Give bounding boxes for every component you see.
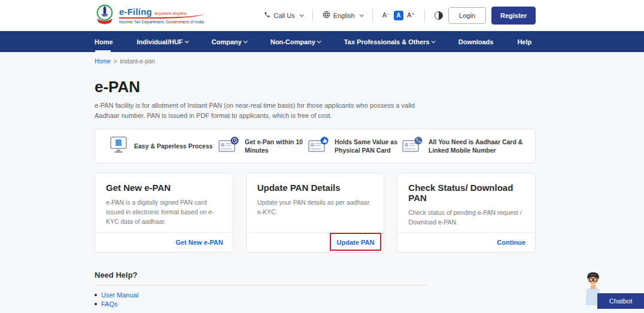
nav-item-help[interactable]: Help — [517, 31, 531, 52]
call-us-label: Call Us — [274, 12, 294, 19]
card-description: Check status of pending e-PAN request / … — [397, 203, 535, 227]
monitor-document-icon — [108, 136, 129, 156]
breadcrumb-home-link[interactable]: Home — [95, 58, 111, 65]
feature-label: Easy & Paperless Process — [134, 142, 218, 150]
action-cards: Get New e-PAN e-PAN is a digitally signe… — [95, 173, 536, 253]
user-manual-link[interactable]: User Manual — [101, 291, 138, 299]
nav-label: Home — [95, 38, 113, 45]
nav-label: Downloads — [458, 38, 494, 45]
nav-item-individual-huf[interactable]: Individual/HUF — [137, 31, 188, 52]
chevron-down-icon — [431, 39, 435, 43]
card-footer: Update PAN — [247, 232, 384, 252]
font-size-controls: A⁻ A A⁺ — [382, 11, 415, 20]
feature-strip: Easy & Paperless Process Get e-Pan withi… — [95, 129, 536, 163]
list-item: User Manual — [95, 291, 536, 299]
main-navigation: Home Individual/HUF Company Non-Company … — [0, 31, 644, 52]
breadcrumb: Home > instant-e-pan — [0, 58, 644, 65]
brand-subtitle: Income Tax Department, Government of Ind… — [119, 20, 204, 24]
bullet-icon — [95, 294, 97, 296]
feature-label: Get e-Pan within 10 Minutes — [245, 138, 308, 154]
page-description: e-PAN facility is for allotment of Insta… — [95, 101, 433, 121]
brand-tagline: Anywhere Anytime — [154, 11, 187, 16]
chatbot-button[interactable]: Chatbot — [597, 293, 644, 309]
logo-text: e-Filing Anywhere Anytime Income Tax Dep… — [119, 7, 204, 24]
nav-item-company[interactable]: Company — [212, 31, 247, 52]
header-divider — [424, 9, 425, 22]
nav-item-tax-professionals[interactable]: Tax Professionals & Others — [344, 31, 435, 52]
header-divider — [372, 9, 373, 22]
font-increase-button[interactable]: A⁺ — [407, 11, 415, 19]
list-item: FAQs — [95, 300, 536, 308]
need-help-section: Need Help? User Manual FAQs — [95, 271, 536, 308]
feature-same-value: Holds Same Value as Physical PAN Card — [308, 136, 402, 156]
help-links: User Manual FAQs — [95, 291, 536, 308]
card-footer: Continue — [397, 232, 535, 252]
font-decrease-button[interactable]: A⁻ — [382, 11, 390, 19]
nav-label: Help — [517, 38, 531, 45]
brand-name: e-Filing — [119, 7, 152, 17]
card-title: Check Status/ Download PAN — [397, 174, 535, 203]
active-tab-indicator — [95, 50, 111, 52]
site-header: e-Filing Anywhere Anytime Income Tax Dep… — [0, 0, 644, 31]
main-content: e-PAN e-PAN facility is for allotment of… — [0, 78, 536, 308]
font-normal-button[interactable]: A — [394, 11, 403, 20]
chevron-down-icon — [359, 13, 363, 17]
efiling-logo[interactable]: e-Filing Anywhere Anytime Income Tax Dep… — [95, 4, 204, 28]
phone-icon — [264, 11, 271, 19]
call-us-menu[interactable]: Call Us — [264, 11, 302, 19]
chevron-down-icon — [243, 39, 247, 43]
breadcrumb-current: instant-e-pan — [120, 58, 155, 65]
feature-epan-10-minutes: Get e-Pan within 10 Minutes — [218, 136, 308, 156]
chatbot-widget: Chatbot — [575, 272, 644, 310]
feature-aadhaar-mobile: All You Need is Aadhaar Card & Linked Mo… — [402, 136, 523, 156]
card-check-status-download: Check Status/ Download PAN Check status … — [397, 173, 536, 253]
nav-item-home[interactable]: Home — [95, 31, 113, 52]
feature-label: Holds Same Value as Physical PAN Card — [335, 138, 402, 154]
update-pan-link[interactable]: Update PAN — [337, 239, 375, 246]
chevron-down-icon — [299, 13, 303, 17]
card-description: Update your PAN details as per aadhaar e… — [247, 193, 384, 217]
continue-link[interactable]: Continue — [497, 239, 525, 246]
card-title: Get New e-PAN — [95, 174, 233, 193]
nav-item-non-company[interactable]: Non-Company — [271, 31, 320, 52]
get-new-epan-link[interactable]: Get New e-PAN — [175, 239, 223, 246]
section-divider — [95, 285, 427, 285]
nav-label: Tax Professionals & Others — [344, 38, 430, 45]
pan-card-clock-icon — [218, 136, 239, 156]
globe-icon — [323, 11, 330, 20]
header-actions: Call Us English A⁻ A A⁺ Login Register — [264, 7, 536, 25]
nav-label: Individual/HUF — [137, 38, 183, 45]
card-footer: Get New e-PAN — [95, 232, 233, 252]
language-label: English — [333, 12, 355, 19]
income-tax-emblem-icon — [95, 4, 115, 28]
contrast-toggle-icon[interactable] — [435, 11, 443, 20]
faqs-link[interactable]: FAQs — [101, 300, 118, 308]
nav-item-downloads[interactable]: Downloads — [458, 31, 494, 52]
chevron-down-icon — [184, 39, 189, 43]
nav-label: Company — [212, 38, 242, 45]
feature-easy-paperless: Easy & Paperless Process — [108, 136, 218, 156]
page-title: e-PAN — [95, 78, 536, 96]
card-get-new-epan: Get New e-PAN e-PAN is a digitally signe… — [95, 173, 233, 253]
pan-card-thumbsup-icon — [308, 136, 329, 156]
breadcrumb-separator: > — [114, 58, 117, 65]
need-help-title: Need Help? — [95, 271, 536, 279]
card-update-pan-details: Update PAN Details Update your PAN detai… — [246, 173, 385, 253]
header-divider — [312, 9, 313, 22]
bullet-icon — [95, 303, 97, 305]
card-description: e-PAN is a digitally signed PAN card iss… — [95, 193, 233, 226]
card-title: Update PAN Details — [247, 174, 384, 193]
nav-label: Non-Company — [271, 38, 315, 45]
pan-card-phone-icon — [402, 136, 423, 156]
register-button[interactable]: Register — [491, 7, 536, 25]
feature-label: All You Need is Aadhaar Card & Linked Mo… — [429, 138, 523, 154]
language-selector[interactable]: English — [323, 11, 363, 20]
chevron-down-icon — [317, 39, 321, 43]
login-button[interactable]: Login — [448, 7, 486, 24]
